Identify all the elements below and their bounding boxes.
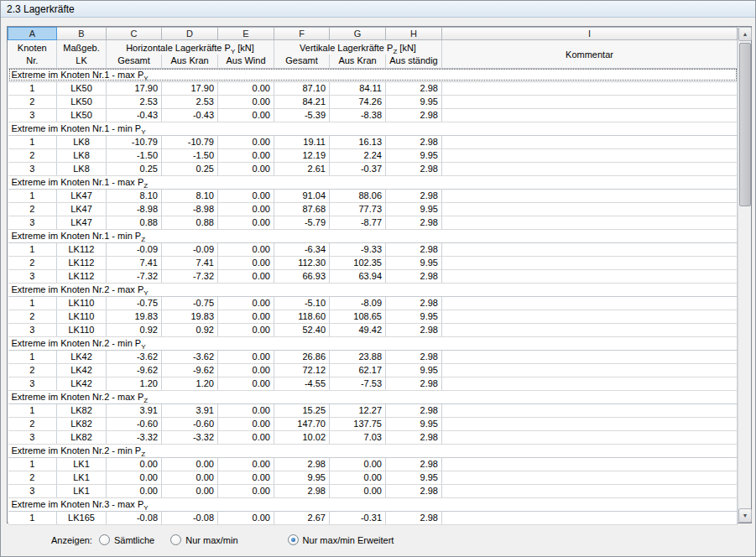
cell[interactable]: -0.75	[107, 296, 162, 310]
cell[interactable]: LK110	[57, 296, 107, 310]
cell[interactable]: -5.79	[274, 216, 330, 229]
cell[interactable]: 2	[8, 148, 57, 162]
cell[interactable]	[442, 377, 738, 390]
cell[interactable]: -0.08	[162, 511, 218, 524]
cell[interactable]: -9.62	[107, 363, 162, 377]
cell[interactable]: 91.04	[274, 189, 330, 202]
cell[interactable]: 63.94	[330, 269, 386, 283]
cell[interactable]: 2	[8, 363, 57, 377]
cell[interactable]: 2.98	[386, 162, 442, 175]
cell[interactable]: 1	[8, 403, 57, 417]
cell[interactable]: 3	[8, 108, 57, 122]
column-letter-e[interactable]: E	[218, 28, 274, 40]
cell[interactable]	[442, 296, 738, 310]
table-row[interactable]: 3LK10.000.000.002.980.002.98	[8, 484, 738, 497]
cell[interactable]: 1	[8, 135, 57, 148]
column-letter-b[interactable]: B	[57, 28, 107, 40]
cell[interactable]: 108.65	[330, 310, 386, 323]
table-row[interactable]: 3LK421.201.200.00-4.55-7.532.98	[8, 377, 738, 390]
cell[interactable]: 0.00	[107, 471, 162, 484]
cell[interactable]: 2.67	[274, 511, 330, 524]
cell[interactable]: 7.41	[107, 256, 162, 269]
cell[interactable]: 2.98	[386, 457, 442, 471]
cell[interactable]: LK42	[57, 377, 107, 390]
cell[interactable]: 2	[8, 256, 57, 269]
cell[interactable]: 9.95	[386, 148, 442, 162]
table-row[interactable]: 2LK47-8.98-8.980.0087.6877.739.95	[8, 202, 738, 216]
cell[interactable]	[442, 216, 738, 229]
cell[interactable]: 7.41	[162, 256, 218, 269]
cell[interactable]: 19.83	[162, 310, 218, 323]
cell[interactable]	[442, 135, 738, 148]
cell[interactable]: 1	[8, 350, 57, 363]
cell[interactable]: 2	[8, 202, 57, 216]
cell[interactable]: -0.09	[107, 242, 162, 256]
cell[interactable]	[442, 430, 738, 444]
cell[interactable]: 2.98	[386, 511, 442, 524]
cell[interactable]: 0.00	[218, 148, 274, 162]
column-letter-g[interactable]: G	[330, 28, 386, 40]
cell[interactable]: 118.60	[274, 310, 330, 323]
cell[interactable]: 84.11	[330, 81, 386, 95]
cell[interactable]: 147.70	[274, 417, 330, 430]
cell[interactable]: 1	[8, 511, 57, 524]
cell[interactable]: LK8	[57, 148, 107, 162]
cell[interactable]: 2.61	[274, 162, 330, 175]
cell[interactable]	[442, 108, 738, 122]
cell[interactable]: 3	[8, 377, 57, 390]
cell[interactable]	[442, 403, 738, 417]
cell[interactable]: LK42	[57, 350, 107, 363]
cell[interactable]: LK1	[57, 471, 107, 484]
group-header-row[interactable]: Extreme im Knoten Nr.2 - max PY	[8, 283, 738, 296]
group-header-row[interactable]: Extreme im Knoten Nr.2 - max PZ	[8, 390, 738, 403]
cell[interactable]: 0.88	[162, 216, 218, 229]
cell[interactable]: 0.00	[162, 484, 218, 497]
cell[interactable]: 2.98	[274, 457, 330, 471]
cell[interactable]: 2	[8, 310, 57, 323]
vertical-scrollbar[interactable]: ▲ ▼	[738, 27, 751, 523]
cell[interactable]: 0.00	[218, 350, 274, 363]
cell[interactable]: -0.09	[162, 242, 218, 256]
cell[interactable]: -7.32	[162, 269, 218, 283]
cell[interactable]: -7.53	[330, 377, 386, 390]
table-row[interactable]: 3LK50-0.43-0.430.00-5.39-8.382.98	[8, 108, 738, 122]
cell[interactable]: -5.39	[274, 108, 330, 122]
cell[interactable]: -0.31	[330, 511, 386, 524]
cell[interactable]: -1.50	[107, 148, 162, 162]
cell[interactable]: 0.92	[107, 323, 162, 336]
cell[interactable]: 2.98	[386, 350, 442, 363]
cell[interactable]: LK50	[57, 95, 107, 108]
cell[interactable]	[442, 363, 738, 377]
cell[interactable]: 2.98	[386, 189, 442, 202]
cell[interactable]: 3	[8, 323, 57, 336]
cell[interactable]: LK8	[57, 162, 107, 175]
cell[interactable]: 19.11	[274, 135, 330, 148]
cell[interactable]: -8.98	[162, 202, 218, 216]
cell[interactable]: 26.86	[274, 350, 330, 363]
table-row[interactable]: 2LK502.532.530.0084.2174.269.95	[8, 95, 738, 108]
cell[interactable]: -7.32	[107, 269, 162, 283]
table-row[interactable]: 1LK823.913.910.0015.2512.272.98	[8, 403, 738, 417]
table-row[interactable]: 2LK8-1.50-1.500.0012.192.249.95	[8, 148, 738, 162]
radio-saemtliche[interactable]: Sämtliche	[99, 534, 154, 545]
cell[interactable]: -0.60	[162, 417, 218, 430]
cell[interactable]: 0.00	[107, 484, 162, 497]
cell[interactable]: 74.26	[330, 95, 386, 108]
cell[interactable]: 9.95	[386, 363, 442, 377]
cell[interactable]: 0.88	[107, 216, 162, 229]
cell[interactable]: -8.77	[330, 216, 386, 229]
cell[interactable]: 88.06	[330, 189, 386, 202]
cell[interactable]: -3.62	[107, 350, 162, 363]
cell[interactable]: 2.98	[386, 216, 442, 229]
cell[interactable]: 3	[8, 162, 57, 175]
cell[interactable]: 0.00	[218, 417, 274, 430]
cell[interactable]	[442, 189, 738, 202]
column-letter-h[interactable]: H	[386, 28, 442, 40]
cell[interactable]: -5.10	[274, 296, 330, 310]
cell[interactable]	[442, 162, 738, 175]
cell[interactable]: 2.98	[386, 323, 442, 336]
table-row[interactable]: 1LK112-0.09-0.090.00-6.34-9.332.98	[8, 242, 738, 256]
cell[interactable]: LK42	[57, 363, 107, 377]
cell[interactable]: 9.95	[386, 202, 442, 216]
table-row[interactable]: 3LK80.250.250.002.61-0.372.98	[8, 162, 738, 175]
